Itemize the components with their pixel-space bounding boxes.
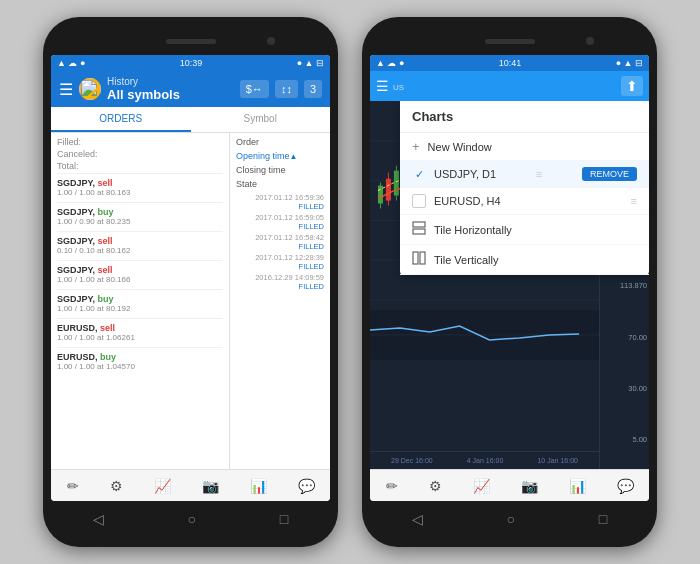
- order-row-4[interactable]: SGDJPY, sell 1.00 / 1.00 at 80.166: [57, 260, 223, 284]
- order-row-3[interactable]: SGDJPY, sell 0.10 / 0.10 at 80.162: [57, 231, 223, 255]
- status-bar-2: ▲ ☁ ● 10:41 ● ▲ ⊟: [370, 55, 649, 71]
- toolbar-grid-1[interactable]: 📊: [250, 478, 267, 494]
- status-time-2: 10:41: [499, 58, 522, 68]
- remove-button[interactable]: REMOVE: [582, 167, 637, 181]
- tile-h-icon: [412, 221, 426, 238]
- app-bar-2: ☰ US ⬆: [370, 71, 649, 101]
- status-icons-right-1: ● ▲ ⊟: [297, 58, 324, 68]
- order-row-1[interactable]: SGDJPY, sell 1.00 / 1.00 at 80.163: [57, 173, 223, 197]
- screen-2: ▲ ☁ ● 10:41 ● ▲ ⊟ ☰ US ⬆ 118.280 116.810…: [370, 55, 649, 501]
- toolbar-chat-1[interactable]: 💬: [298, 478, 315, 494]
- app-logo-1: [79, 78, 101, 100]
- charts-dropdown: Charts + New Window ✓ USDJPY, D1 ≡ REMOV…: [400, 101, 649, 275]
- summary-canceled: Canceled:: [57, 149, 223, 159]
- meta-row-3: 2017.01.12 16:59:36 FILLED: [236, 193, 324, 211]
- toolbar-camera-1[interactable]: 📷: [202, 478, 219, 494]
- price-113: 113.870: [602, 281, 647, 290]
- hamburger-1[interactable]: ☰: [59, 80, 73, 99]
- dropdown-tile-h[interactable]: Tile Horizontally: [400, 215, 649, 245]
- svg-rect-58: [413, 252, 418, 264]
- meta-row-6: 2017.01.12 12:28:39 FILLED: [236, 253, 324, 271]
- new-window-label: New Window: [428, 141, 492, 153]
- svg-rect-56: [413, 222, 425, 227]
- plus-icon: +: [412, 139, 420, 154]
- dropdown-tile-v[interactable]: Tile Vertically: [400, 245, 649, 275]
- phone-2: ▲ ☁ ● 10:41 ● ▲ ⊟ ☰ US ⬆ 118.280 116.810…: [362, 17, 657, 547]
- badge-icon[interactable]: 3: [304, 80, 322, 98]
- speaker-1: [166, 39, 216, 44]
- bottom-toolbar-2: ✏ ⚙ 📈 📷 📊 💬: [370, 469, 649, 501]
- toolbar-grid-2[interactable]: 📊: [569, 478, 586, 494]
- tile-v-label: Tile Vertically: [434, 254, 498, 266]
- price-5: 5.00: [602, 435, 647, 444]
- app-bar-1: ☰ History All symbols $↔ ↕↕ 3: [51, 71, 330, 107]
- summary-filled: Filled:: [57, 137, 223, 147]
- order-row-6[interactable]: EURUSD, sell 1.00 / 1.00 at 1.06261: [57, 318, 223, 342]
- app-title-1: All symbols: [107, 87, 234, 102]
- nav-recent-1[interactable]: □: [280, 511, 288, 527]
- dropdown-eurusd[interactable]: EURUSD, H4 ≡: [400, 188, 649, 215]
- app-title-area-1: History All symbols: [107, 76, 234, 102]
- speaker-2: [485, 39, 535, 44]
- dropdown-new-window[interactable]: + New Window: [400, 133, 649, 161]
- drag-eurusd: ≡: [631, 195, 637, 207]
- toolbar-chart-2[interactable]: 📈: [473, 478, 490, 494]
- toolbar-pencil-2[interactable]: ✏: [386, 478, 398, 494]
- svg-rect-57: [413, 229, 425, 234]
- status-time-1: 10:39: [180, 58, 203, 68]
- drag-usdjpy: ≡: [536, 168, 542, 180]
- toolbar-camera-2[interactable]: 📷: [521, 478, 538, 494]
- orders-right: Order Opening time ▲ Closing time State …: [230, 133, 330, 469]
- price-70: 70.00: [602, 333, 647, 342]
- tab-bar-1: ORDERS Symbol: [51, 107, 330, 133]
- hamburger-2[interactable]: ☰: [376, 78, 389, 94]
- nav-back-2[interactable]: ◁: [412, 511, 423, 527]
- price-30: 30.00: [602, 384, 647, 393]
- chart-area: 118.280 116.810 115.340 113.870 70.00 30…: [370, 101, 649, 469]
- chart-subtitle: US: [393, 83, 404, 92]
- meta-row-5: 2017.01.12 16:58:42 FILLED: [236, 233, 324, 251]
- transfer-icon[interactable]: $↔: [240, 80, 269, 98]
- order-row-2[interactable]: SGDJPY, buy 1.00 / 0.90 at 80.235: [57, 202, 223, 226]
- order-row-5[interactable]: SGDJPY, buy 1.00 / 1.00 at 80.192: [57, 289, 223, 313]
- nav-home-1[interactable]: ○: [188, 511, 196, 527]
- status-bar-1: ▲ ☁ ● 10:39 ● ▲ ⊟: [51, 55, 330, 71]
- chart-title-area: US: [393, 81, 617, 92]
- toolbar-gear-1[interactable]: ⚙: [110, 478, 123, 494]
- order-row-7[interactable]: EURUSD, buy 1.00 / 1.00 at 1.04570: [57, 347, 223, 371]
- toolbar-gear-2[interactable]: ⚙: [429, 478, 442, 494]
- summary-total: Total:: [57, 161, 223, 171]
- tile-v-icon: [412, 251, 426, 268]
- camera-2: [586, 37, 594, 45]
- nav-home-2[interactable]: ○: [507, 511, 515, 527]
- chart-time-bar: 29 Dec 16:00 4 Jan 16:00 10 Jan 16:00: [370, 451, 599, 469]
- time-label-2: 4 Jan 16:00: [467, 457, 504, 464]
- phone-1: ▲ ☁ ● 10:39 ● ▲ ⊟ ☰ History All symbols …: [43, 17, 338, 547]
- eurusd-label: EURUSD, H4: [434, 195, 501, 207]
- screen-1: ▲ ☁ ● 10:39 ● ▲ ⊟ ☰ History All symbols …: [51, 55, 330, 501]
- camera-1: [267, 37, 275, 45]
- sort-closing-time[interactable]: Closing time: [236, 165, 324, 175]
- sort-order[interactable]: Order: [236, 137, 324, 147]
- toolbar-pencil-1[interactable]: ✏: [67, 478, 79, 494]
- phone-top-2: [370, 27, 649, 55]
- tab-orders[interactable]: ORDERS: [51, 107, 191, 132]
- sort-state[interactable]: State: [236, 179, 324, 189]
- time-label-1: 29 Dec 16:00: [391, 457, 433, 464]
- sort-icon[interactable]: ↕↕: [275, 80, 298, 98]
- phone-top-1: [51, 27, 330, 55]
- toolbar-chat-2[interactable]: 💬: [617, 478, 634, 494]
- orders-left: Filled: Canceled: Total: SGDJPY, sell 1.…: [51, 133, 230, 469]
- bottom-toolbar-1: ✏ ⚙ 📈 📷 📊 💬: [51, 469, 330, 501]
- dropdown-usdjpy[interactable]: ✓ USDJPY, D1 ≡ REMOVE: [400, 161, 649, 188]
- nav-recent-2[interactable]: □: [599, 511, 607, 527]
- nav-back-1[interactable]: ◁: [93, 511, 104, 527]
- status-icons-left-2: ▲ ☁ ●: [376, 58, 404, 68]
- check-usdjpy: ✓: [412, 167, 426, 181]
- export-icon[interactable]: ⬆: [621, 76, 643, 96]
- phone-bottom-2: ◁ ○ □: [370, 501, 649, 537]
- sort-opening-time[interactable]: Opening time ▲: [236, 151, 324, 161]
- tab-symbol[interactable]: Symbol: [191, 107, 331, 132]
- toolbar-chart-1[interactable]: 📈: [154, 478, 171, 494]
- meta-row-7: 2016.12.29 14:09:59 FILLED: [236, 273, 324, 291]
